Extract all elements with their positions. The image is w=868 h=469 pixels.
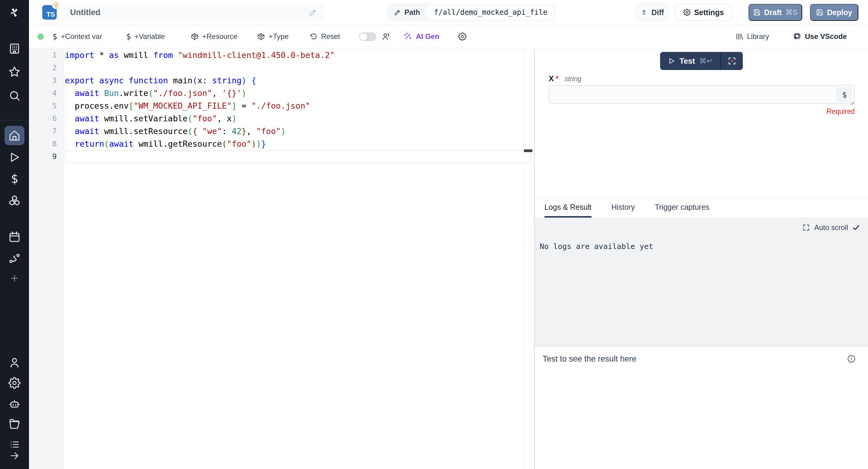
argument-type: string [564, 75, 581, 83]
sidebar-item-flows[interactable] [0, 249, 29, 268]
sidebar-item-schedules[interactable] [0, 227, 29, 247]
draft-shortcut: ⌘S [785, 8, 797, 17]
code-line-text[interactable]: export async function main(x: string) { [65, 74, 531, 87]
code-line[interactable]: 5 process.env["WM_MOCKED_API_FILE"] = ".… [29, 100, 534, 112]
line-number: 7 [29, 125, 57, 137]
add-variable-button[interactable]: $ +Variable [126, 25, 165, 48]
line-number: 4 [29, 87, 57, 100]
code-line-text[interactable] [65, 62, 531, 74]
tab-history[interactable]: History [612, 198, 635, 218]
settings-button[interactable]: Settings [675, 4, 732, 21]
gear-icon [458, 32, 467, 41]
result-area: Test to see the result here [535, 346, 868, 469]
add-resource-button[interactable]: +Resource [191, 25, 238, 48]
autoscroll-control[interactable]: Auto scroll [802, 223, 860, 232]
check-icon [852, 224, 860, 231]
editor-settings-button[interactable] [458, 25, 467, 48]
code-line-text[interactable]: process.env["WM_MOCKED_API_FILE"] = "./f… [65, 100, 531, 112]
sidebar-item-runs[interactable] [0, 148, 29, 167]
code-line-text[interactable]: return(await wmill.getResource("foo"))} [65, 137, 531, 150]
sidebar-item-settings[interactable] [0, 373, 29, 393]
edit-title-icon[interactable] [309, 8, 317, 16]
capture-test-button[interactable] [721, 52, 743, 70]
sidebar-expand-button[interactable] [0, 446, 29, 465]
script-title-field[interactable]: Untitled [63, 4, 324, 21]
editor-toolbar: $ +Context var $ +Variable +Resource +Ty… [29, 25, 868, 48]
line-number: 3 [29, 74, 57, 87]
test-button[interactable]: Test ⌘↵ [660, 52, 720, 70]
sidebar-item-workers[interactable] [0, 395, 29, 414]
sidebar-item-folders[interactable] [0, 414, 29, 434]
library-button[interactable]: Library [736, 25, 769, 48]
path-group[interactable]: Path f/all/demo_mocked_api_file [387, 4, 555, 21]
toggle-knob [360, 33, 367, 40]
code-line-text[interactable]: await Bun.write("./foo.json", '{}') [65, 87, 531, 100]
save-icon [753, 9, 761, 16]
expand-icon[interactable] [802, 224, 810, 231]
sidebar-item-search[interactable] [0, 86, 29, 105]
code-line[interactable]: 8 return(await wmill.getResource("foo"))… [29, 137, 534, 150]
result-tabs: Logs & ResultHistoryTrigger captures [535, 198, 868, 218]
sidebar-item-variables[interactable]: $ [0, 169, 29, 188]
capture-frame-icon [727, 57, 736, 65]
code-line-text[interactable]: import * as wmill from "windmill-client@… [65, 49, 531, 62]
code-line-text[interactable]: await wmill.setVariable("foo", x) [65, 112, 531, 125]
argument-name: X [549, 74, 554, 83]
path-value[interactable]: f/all/demo_mocked_api_file [427, 4, 555, 21]
script-title: Untitled [70, 8, 309, 17]
dollar-icon: $ [126, 32, 131, 41]
add-context-var-button[interactable]: $ +Context var [53, 25, 102, 48]
overview-ruler[interactable] [524, 48, 534, 469]
reset-icon [310, 33, 317, 40]
diff-button[interactable]: Diff [635, 4, 669, 21]
sidebar-item-home[interactable] [0, 126, 29, 145]
argument-input[interactable] [552, 87, 824, 102]
path-label-chip[interactable]: Path [388, 4, 427, 21]
logs-empty-message: No logs are available yet [539, 242, 653, 251]
add-type-button[interactable]: +Type [257, 25, 288, 48]
use-vscode-button[interactable]: Use VScode [793, 25, 847, 48]
run-panel: Test ⌘↵ X * string $ Required Logs & Res… [535, 48, 868, 469]
argument-input-wrapper: $ [549, 85, 855, 104]
code-line[interactable]: 2 [29, 62, 534, 74]
code-line-text[interactable] [65, 150, 531, 163]
package-icon [257, 33, 265, 40]
sidebar: $ [0, 0, 29, 469]
sidebar-item-account[interactable] [0, 353, 29, 372]
reset-button[interactable]: Reset [310, 25, 340, 48]
ai-gen-button[interactable]: AI Gen [403, 25, 439, 48]
code-line-text[interactable]: await wmill.setResource({ "we": 42}, "fo… [65, 125, 531, 137]
resize-handle[interactable] [849, 100, 855, 106]
tab-trigger-captures[interactable]: Trigger captures [655, 198, 709, 218]
windmill-logo-icon[interactable] [0, 3, 29, 22]
tab-logs-result[interactable]: Logs & Result [545, 198, 592, 218]
code-line[interactable]: 3export async function main(x: string) { [29, 74, 534, 87]
info-icon[interactable] [847, 354, 856, 363]
dollar-icon: $ [53, 32, 57, 41]
code-line[interactable]: 9 [29, 150, 534, 163]
bun-runtime-icon [52, 1, 60, 9]
deploy-button[interactable]: Deploy [810, 4, 858, 21]
sidebar-item-favorites[interactable] [0, 62, 29, 82]
code-line[interactable]: 1import * as wmill from "windmill-client… [29, 49, 534, 62]
multiplayer-toggle[interactable] [359, 32, 376, 41]
line-number: 2 [29, 62, 57, 74]
required-label: Required [549, 107, 855, 116]
code-line[interactable]: 7 await wmill.setResource({ "we": 42}, "… [29, 125, 534, 137]
sidebar-item-resources[interactable] [0, 191, 29, 210]
topbar: TS Untitled Path f/all/demo_mocked_api_f… [29, 0, 868, 25]
vscode-icon [793, 32, 801, 41]
code-line[interactable]: 6 await wmill.setVariable("foo", x) [29, 112, 534, 125]
code-lines: 1import * as wmill from "windmill-client… [29, 49, 534, 163]
edit-path-icon [394, 9, 401, 16]
code-editor[interactable]: 1import * as wmill from "windmill-client… [29, 48, 534, 469]
multiplayer-icon [381, 25, 391, 48]
sidebar-item-more[interactable] [0, 269, 29, 288]
sidebar-item-workspace[interactable] [0, 39, 29, 58]
test-button-group: Test ⌘↵ [660, 52, 743, 70]
status-dot [37, 33, 44, 40]
argument-label: X * string [549, 74, 582, 83]
draft-button[interactable]: Draft ⌘S [748, 4, 802, 21]
code-line[interactable]: 4 await Bun.write("./foo.json", '{}') [29, 87, 534, 100]
logs-area: Auto scroll No logs are available yet [535, 218, 868, 346]
